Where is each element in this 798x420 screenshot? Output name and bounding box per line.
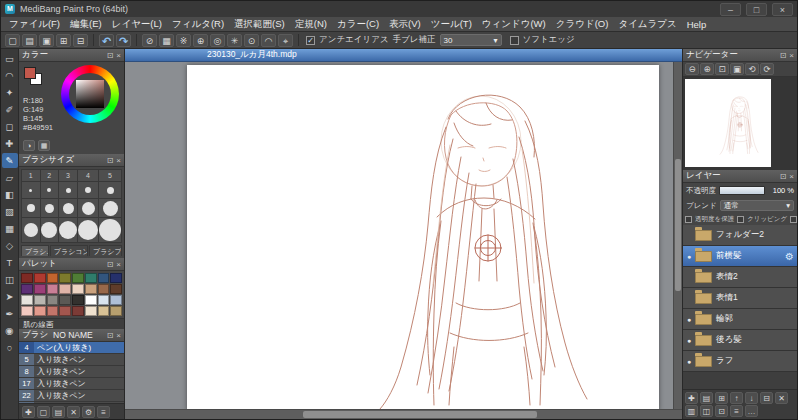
canvas-viewport[interactable] bbox=[125, 62, 682, 409]
move-layer-up-icon[interactable]: ↑ bbox=[730, 392, 743, 404]
size-preset[interactable] bbox=[59, 218, 77, 242]
layer-row[interactable]: 表情2 bbox=[683, 267, 797, 288]
close-panel-icon[interactable]: × bbox=[116, 156, 121, 165]
palette-swatch[interactable] bbox=[110, 273, 122, 283]
palette-swatch[interactable] bbox=[85, 295, 97, 305]
menu-icon[interactable]: ≡ bbox=[97, 406, 110, 418]
menu-view[interactable]: 表示(V) bbox=[384, 18, 426, 31]
size-label[interactable]: 5 bbox=[99, 170, 121, 181]
size-preset[interactable] bbox=[99, 199, 121, 217]
hand-tool[interactable]: ◉ bbox=[2, 323, 18, 338]
eraser-tool[interactable]: ▱ bbox=[2, 170, 18, 185]
float-panel-icon[interactable]: ⊡ bbox=[107, 331, 114, 340]
horizontal-scrollbar[interactable] bbox=[125, 409, 682, 419]
undo-icon[interactable]: ↶ bbox=[99, 34, 114, 47]
document-tab[interactable]: 230130_ルカ月4th.mdp bbox=[207, 49, 297, 61]
add-layer-icon[interactable]: ✚ bbox=[685, 392, 698, 404]
folder-icon[interactable]: ▤ bbox=[52, 406, 65, 418]
minimize-button[interactable]: – bbox=[720, 3, 741, 16]
size-label[interactable]: 3 bbox=[59, 170, 77, 181]
radial-snap-icon[interactable]: ✳ bbox=[227, 34, 242, 47]
palette-swatch[interactable] bbox=[85, 273, 97, 283]
navigator-thumbnail[interactable] bbox=[685, 79, 771, 167]
tab-brush-control[interactable]: ブラシコン... bbox=[50, 245, 88, 256]
palette-swatch[interactable] bbox=[47, 306, 59, 316]
menu-layer[interactable]: レイヤー(L) bbox=[107, 18, 167, 31]
tab-brush[interactable]: ブラシ... bbox=[21, 245, 49, 256]
settings-icon[interactable]: ⊟ bbox=[73, 34, 88, 47]
move-layer-down-icon[interactable]: ↓ bbox=[745, 392, 758, 404]
rotate-left-icon[interactable]: ⟲ bbox=[745, 63, 759, 75]
menu-cloud[interactable]: クラウド(O) bbox=[551, 18, 614, 31]
operation-tool[interactable]: ➤ bbox=[2, 289, 18, 304]
size-preset[interactable] bbox=[22, 199, 40, 217]
protect-alpha-checkbox[interactable] bbox=[685, 216, 692, 223]
select-eraser-tool[interactable]: ◻ bbox=[2, 119, 18, 134]
size-label[interactable]: 4 bbox=[78, 170, 98, 181]
size-preset[interactable] bbox=[41, 182, 59, 198]
zoom-in-icon[interactable]: ⊕ bbox=[700, 63, 714, 75]
stencil-icon[interactable]: ⊡ bbox=[715, 405, 728, 417]
redo-icon[interactable]: ↷ bbox=[116, 34, 131, 47]
close-button[interactable]: × bbox=[772, 3, 793, 16]
layer-row[interactable]: ●後ろ髪 bbox=[683, 330, 797, 351]
palette-swatch[interactable] bbox=[21, 284, 33, 294]
divide-tool[interactable]: ◫ bbox=[2, 272, 18, 287]
layer-row[interactable]: ●ラフ bbox=[683, 351, 797, 372]
float-panel-icon[interactable]: ⊡ bbox=[107, 156, 114, 165]
size-label[interactable]: 1 bbox=[22, 170, 40, 181]
antialias-checkbox[interactable]: ✓ bbox=[306, 36, 315, 45]
zoom-out-icon[interactable]: ⊖ bbox=[685, 63, 699, 75]
layer-row[interactable]: ●前横髪⚙ bbox=[683, 246, 797, 267]
size-preset[interactable] bbox=[41, 199, 59, 217]
size-preset[interactable] bbox=[78, 182, 98, 198]
menu-ruler[interactable]: 定規(N) bbox=[290, 18, 332, 31]
brush-item[interactable]: 5入り抜きペン bbox=[19, 354, 124, 366]
palette-swatch[interactable] bbox=[72, 295, 84, 305]
visibility-toggle[interactable]: ● bbox=[683, 337, 695, 344]
curve-snap-icon[interactable]: ◠ bbox=[261, 34, 276, 47]
circle-snap-icon[interactable]: ⊙ bbox=[244, 34, 259, 47]
palette-selected-name[interactable]: 肌の線画 bbox=[19, 318, 124, 329]
magic-wand-tool[interactable]: ✦ bbox=[2, 85, 18, 100]
lock-checkbox[interactable] bbox=[790, 216, 797, 223]
snap-off-icon[interactable]: ⊘ bbox=[142, 34, 157, 47]
menu-file[interactable]: ファイル(F) bbox=[4, 18, 65, 31]
palette-swatch[interactable] bbox=[34, 284, 46, 294]
soft-edge-checkbox[interactable] bbox=[510, 36, 519, 45]
visibility-toggle[interactable]: ● bbox=[683, 253, 695, 260]
mask-icon[interactable]: ◫ bbox=[700, 405, 713, 417]
eyedropper-tool[interactable]: ✒ bbox=[2, 306, 18, 321]
size-preset[interactable] bbox=[59, 199, 77, 217]
cross-snap-icon[interactable]: ⊕ bbox=[193, 34, 208, 47]
layer-row[interactable]: 表情1 bbox=[683, 288, 797, 309]
fit-window-icon[interactable]: ⊡ bbox=[715, 63, 729, 75]
size-preset[interactable] bbox=[22, 218, 40, 242]
text-tool[interactable]: T bbox=[2, 255, 18, 270]
snap-settings-icon[interactable]: ⌖ bbox=[278, 34, 293, 47]
new-file-icon[interactable]: ▢ bbox=[5, 34, 20, 47]
add-folder-icon[interactable]: ▤ bbox=[700, 392, 713, 404]
brush-item[interactable]: 8入り抜きペン bbox=[19, 366, 124, 378]
new-canvas-icon[interactable]: ▢ bbox=[37, 406, 50, 418]
tab-brush-preview[interactable]: ブラシプ... bbox=[89, 245, 122, 256]
rotate-right-icon[interactable]: ⟳ bbox=[760, 63, 774, 75]
menu-color[interactable]: カラー(C) bbox=[332, 18, 384, 31]
move-tool[interactable]: ✚ bbox=[2, 136, 18, 151]
palette-swatch[interactable] bbox=[21, 273, 33, 283]
palette-swatch[interactable] bbox=[110, 284, 122, 294]
stabilizer-select[interactable]: 30 ▾ bbox=[440, 34, 502, 46]
visibility-toggle[interactable]: ● bbox=[683, 358, 695, 365]
grid-snap-icon[interactable]: ▦ bbox=[159, 34, 174, 47]
palette-swatch[interactable] bbox=[59, 284, 71, 294]
actual-size-icon[interactable]: ▣ bbox=[730, 63, 744, 75]
palette-swatch[interactable] bbox=[110, 306, 122, 316]
close-panel-icon[interactable]: × bbox=[116, 51, 121, 60]
clipping-checkbox[interactable] bbox=[737, 216, 744, 223]
blend-mode-select[interactable]: 通常 ▾ bbox=[720, 200, 794, 211]
select-pen-tool[interactable]: ✐ bbox=[2, 102, 18, 117]
palette-swatch[interactable] bbox=[59, 306, 71, 316]
size-preset[interactable] bbox=[99, 218, 121, 242]
size-preset[interactable] bbox=[78, 218, 98, 242]
palette-swatch[interactable] bbox=[34, 273, 46, 283]
